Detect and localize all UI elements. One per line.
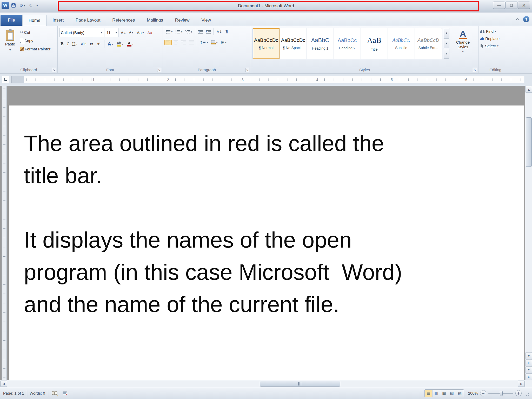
outline-view-button[interactable]: ▧ [448, 390, 456, 397]
style-heading-1[interactable]: AaBbC Heading 1 [307, 28, 334, 59]
tab-stop-selector[interactable] [2, 76, 9, 83]
cut-button[interactable]: ✂ Cut [19, 29, 52, 35]
grow-font-button[interactable]: A▴ [119, 30, 127, 36]
horizontal-scroll-thumb[interactable] [260, 381, 340, 387]
minimize-button[interactable]: — [493, 2, 505, 9]
tab-mailings[interactable]: Mailings [141, 15, 169, 26]
find-button[interactable]: Find ▾ [480, 29, 511, 34]
underline-button[interactable]: U▾ [71, 41, 79, 47]
shrink-font-button[interactable]: A▾ [128, 30, 135, 35]
align-right-button[interactable] [180, 40, 187, 45]
clipboard-dialog-launcher[interactable]: ↘ [52, 68, 56, 72]
next-page-button[interactable]: ⇊ [526, 373, 532, 380]
scroll-left-button[interactable]: ◀ [0, 381, 7, 387]
tab-insert[interactable]: Insert [46, 15, 70, 26]
font-size-combo[interactable]: 11 ▾ [105, 28, 118, 37]
restore-button[interactable] [506, 2, 517, 9]
redo-button[interactable]: ↻ [28, 2, 34, 9]
scroll-right-button[interactable]: ▶ [518, 381, 525, 387]
styles-dialog-launcher[interactable]: ↘ [473, 68, 477, 72]
print-layout-view-button[interactable]: ▤ [425, 390, 433, 397]
customize-qat-button[interactable]: ▾ [35, 3, 39, 8]
style-heading-2[interactable]: AaBbCc Heading 2 [334, 28, 361, 59]
zoom-slider-thumb[interactable] [500, 391, 503, 396]
justify-button[interactable] [188, 40, 195, 45]
horizontal-scrollbar[interactable]: ◀ ▶ [0, 380, 525, 387]
proofing-status-button[interactable]: ✓ [51, 389, 58, 397]
scroll-down-button[interactable]: ▼ [526, 352, 532, 359]
zoom-slider[interactable] [488, 390, 513, 396]
word-logo-icon[interactable]: W [2, 2, 9, 9]
line-spacing-button[interactable]: ↕≡▾ [198, 39, 209, 45]
borders-button[interactable]: ⊞▾ [220, 39, 228, 46]
align-center-button[interactable] [172, 40, 179, 45]
horizontal-ruler[interactable]: 1 2 3 4 5 6 [11, 76, 524, 83]
align-left-button[interactable] [164, 40, 172, 45]
font-color-button[interactable]: A ▾ [126, 41, 135, 47]
change-styles-button[interactable]: A Change Styles ▾ [451, 28, 475, 53]
style-subtitle[interactable]: AaBbCc. Subtitle [388, 28, 415, 59]
bold-button[interactable]: B [59, 41, 65, 47]
resize-grip[interactable] [524, 390, 529, 396]
font-name-combo[interactable]: Calibri (Body) ▾ [59, 28, 104, 37]
save-button[interactable] [10, 2, 17, 9]
tab-page-layout[interactable]: Page Layout [70, 15, 106, 26]
shading-button[interactable]: ▾ [210, 39, 219, 45]
font-dialog-launcher[interactable]: ↘ [157, 68, 161, 72]
macro-record-button[interactable] [61, 389, 69, 397]
close-button[interactable]: × [518, 2, 530, 9]
select-button[interactable]: Select ▾ [480, 44, 511, 48]
superscript-button[interactable]: x² [96, 41, 102, 47]
web-layout-view-button[interactable]: ▦ [440, 390, 448, 397]
numbering-button[interactable]: ▾ [174, 29, 184, 35]
paste-button[interactable]: Paste ▾ [2, 28, 19, 65]
decrease-indent-button[interactable] [197, 29, 204, 35]
style-normal[interactable]: AaBbCcDc ¶ Normal [253, 28, 280, 59]
scroll-up-button[interactable]: ▲ [526, 86, 532, 93]
zoom-out-button[interactable]: − [480, 390, 486, 396]
sort-button[interactable]: A↓ [215, 29, 223, 35]
full-screen-reading-view-button[interactable]: ▥ [433, 390, 440, 397]
styles-scroll-down-button[interactable]: ▼ [444, 38, 449, 48]
tab-references[interactable]: References [106, 15, 141, 26]
style-subtle-emphasis[interactable]: AaBbCcD Subtle Em... [415, 28, 442, 59]
text-effects-button[interactable]: A▾ [107, 41, 115, 48]
vertical-scroll-thumb[interactable] [526, 117, 532, 167]
draft-view-button[interactable]: ▨ [456, 390, 464, 397]
vertical-scrollbar[interactable]: ▲ ▼ ⇈ ● ⇊ [525, 86, 532, 387]
zoom-level[interactable]: 200% [466, 391, 478, 395]
style-title[interactable]: AaB Title [361, 28, 388, 59]
tab-file[interactable]: File [1, 15, 22, 26]
replace-button[interactable]: ab Replace [480, 36, 511, 41]
increase-indent-button[interactable] [205, 29, 212, 35]
text-highlight-button[interactable]: ab ▾ [116, 41, 125, 47]
zoom-in-button[interactable]: + [515, 390, 522, 396]
subscript-button[interactable]: x₂ [89, 41, 95, 47]
undo-button[interactable]: ↺▾ [18, 2, 26, 9]
italic-button[interactable]: I [66, 41, 70, 47]
strikethrough-button[interactable]: abe [80, 41, 87, 47]
multilevel-list-button[interactable]: ▾ [184, 29, 194, 35]
document-page[interactable]: The area outlined in red is called the t… [9, 105, 524, 380]
bullets-button[interactable]: ▾ [164, 29, 174, 35]
copy-button[interactable]: Copy [19, 38, 52, 44]
vertical-ruler[interactable] [2, 86, 7, 380]
format-painter-button[interactable]: Format Painter [19, 46, 52, 52]
previous-page-button[interactable]: ⇈ [526, 359, 532, 366]
select-browse-object-button[interactable]: ● [526, 366, 532, 373]
word-count-status[interactable]: Words: 0 [30, 391, 45, 395]
minimize-ribbon-icon[interactable] [515, 17, 520, 22]
style-no-spacing[interactable]: AaBbCcDc ¶ No Spaci... [280, 28, 307, 59]
page-count-status[interactable]: Page: 1 of 1 [3, 391, 24, 395]
styles-gallery-expand-button[interactable]: ▾ [444, 49, 449, 59]
change-case-button[interactable]: Aa▾ [136, 30, 145, 36]
superscript-icon: x² [97, 42, 101, 46]
tab-view[interactable]: View [195, 15, 217, 26]
tab-home[interactable]: Home [22, 15, 46, 26]
paragraph-dialog-launcher[interactable]: ↘ [245, 68, 249, 72]
tab-review[interactable]: Review [169, 15, 196, 26]
help-icon[interactable]: ? [523, 16, 529, 22]
styles-scroll-up-button[interactable]: ▲ [444, 28, 449, 38]
clear-formatting-button[interactable]: Aa [146, 30, 153, 36]
show-hide-pilcrow-button[interactable]: ¶ [224, 29, 229, 35]
